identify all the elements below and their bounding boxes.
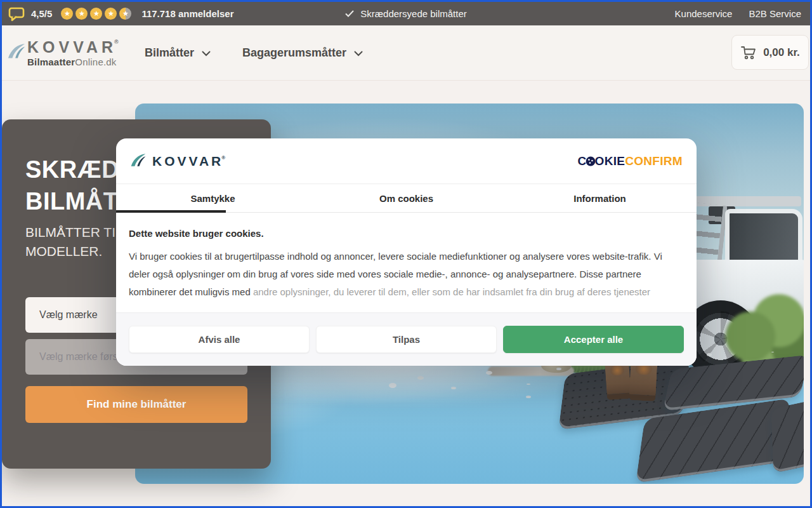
customize-button[interactable]: Tilpas bbox=[316, 326, 497, 353]
cookie-description-faded: andre oplysninger, du leverer til dem, e… bbox=[253, 286, 650, 297]
reject-all-button[interactable]: Afvis alle bbox=[129, 326, 310, 353]
brand-domain: BilmaatterOnline.dk bbox=[27, 57, 119, 67]
star-icon: ★ bbox=[75, 8, 88, 20]
accept-all-button[interactable]: Accepter alle bbox=[503, 326, 684, 353]
hero-pebbles bbox=[389, 383, 396, 388]
kovvar-logo-icon bbox=[7, 42, 26, 62]
modal-tabs: Samtykke Om cookies Information bbox=[116, 184, 697, 213]
cookie-icon bbox=[586, 156, 596, 166]
usp-text: Skræddersyede bilmåtter bbox=[360, 8, 467, 19]
modal-header: KOVVAR® C OKIE CONFIRM bbox=[116, 138, 697, 184]
cart-button[interactable]: 0,00 kr. bbox=[731, 35, 809, 70]
star-icon: ★ bbox=[90, 8, 102, 20]
tab-samtykke[interactable]: Samtykke bbox=[116, 184, 310, 212]
speech-bubble-icon bbox=[8, 6, 25, 22]
cookie-heading: Dette website bruger cookies. bbox=[129, 228, 684, 239]
star-icon: ★ bbox=[105, 8, 117, 20]
rating-score: 4,5/5 bbox=[31, 8, 52, 19]
modal-footer: Afvis alle Tilpas Accepter alle bbox=[116, 312, 697, 366]
cart-total: 0,00 kr. bbox=[763, 46, 800, 59]
tab-om-cookies[interactable]: Om cookies bbox=[310, 184, 503, 212]
cookie-description: Vi bruger cookies til at brugertilpasse … bbox=[129, 248, 684, 301]
star-icon: ★ bbox=[61, 8, 73, 20]
kovvar-logo-icon bbox=[130, 152, 147, 170]
registered-mark: ® bbox=[221, 155, 225, 161]
cookieconfirm-logo[interactable]: C OKIE CONFIRM bbox=[578, 154, 683, 168]
cookieconfirm-middle: OKIE bbox=[595, 154, 625, 168]
site-header: KOVVAR® BilmaatterOnline.dk Bilmåtter Ba… bbox=[2, 25, 810, 81]
modal-body: Dette website bruger cookies. Vi bruger … bbox=[116, 213, 697, 312]
star-half-icon: ★ bbox=[119, 8, 131, 20]
site-logo[interactable]: KOVVAR® BilmaatterOnline.dk bbox=[7, 39, 119, 67]
nav-label: Bagagerumsmåtter bbox=[242, 46, 346, 60]
nav-label: Bilmåtter bbox=[145, 46, 194, 60]
topbar-links: Kundeservice B2B Service bbox=[675, 8, 810, 19]
nav-item-bagagerumsmaatter[interactable]: Bagagerumsmåtter bbox=[242, 46, 363, 60]
brand-name: KOVVAR® bbox=[27, 39, 119, 55]
topbar: 4,5/5 ★ ★ ★ ★ ★ 117.718 anmeldelser Skræ… bbox=[2, 2, 810, 25]
tab-information[interactable]: Information bbox=[503, 184, 697, 212]
checkmark-icon bbox=[345, 10, 354, 17]
chevron-down-icon bbox=[354, 51, 363, 57]
modal-brand-name: KOVVAR® bbox=[152, 154, 225, 169]
registered-mark: ® bbox=[114, 39, 119, 45]
star-rating: ★ ★ ★ ★ ★ bbox=[61, 8, 131, 20]
reviews-count: 117.718 anmeldelser bbox=[141, 8, 233, 19]
main-content: SKRÆDDERSYEDE BILMÅTTER BILMÅTTER TIL ME… bbox=[2, 81, 810, 506]
cart-icon bbox=[740, 45, 757, 60]
nav-item-bilmaatter[interactable]: Bilmåtter bbox=[145, 46, 211, 60]
chevron-down-icon bbox=[202, 51, 211, 57]
find-mats-button[interactable]: Find mine bilmåtter bbox=[25, 386, 247, 423]
link-b2b-service[interactable]: B2B Service bbox=[749, 8, 801, 19]
rating-widget[interactable]: 4,5/5 ★ ★ ★ ★ ★ 117.718 anmeldelser bbox=[2, 6, 233, 22]
cookieconfirm-suffix: CONFIRM bbox=[625, 154, 683, 168]
link-kundeservice[interactable]: Kundeservice bbox=[675, 8, 733, 19]
active-tab-underline bbox=[116, 210, 226, 213]
car-window bbox=[725, 209, 802, 267]
cookie-consent-modal: KOVVAR® C OKIE CONFIRM Samtykke Om cooki… bbox=[116, 138, 697, 366]
modal-brand-logo: KOVVAR® bbox=[130, 152, 225, 170]
main-nav: Bilmåtter Bagagerumsmåtter bbox=[145, 25, 363, 80]
